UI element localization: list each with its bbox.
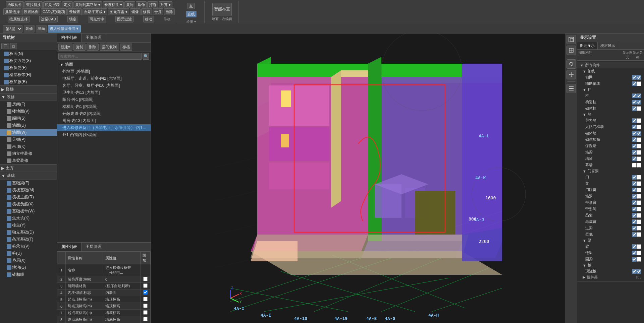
- tufang-section[interactable]: ▶ 土方: [0, 164, 57, 172]
- prop-check-4[interactable]: [141, 289, 151, 296]
- attr-select-btn[interactable]: 按属性选择: [8, 16, 30, 22]
- cloud-check-btn[interactable]: 云检查: [67, 8, 82, 15]
- comp-item-9[interactable]: 进入检修设备井（强弱电井、水管井等）-内11 [内墙...: [57, 124, 151, 131]
- zhuangxiu-section[interactable]: ▼ 装修: [0, 93, 57, 101]
- xjb-name-cb[interactable]: [637, 269, 641, 274]
- slab-header[interactable]: ▼ 板: [580, 262, 644, 268]
- dqd-name-cb[interactable]: [637, 207, 641, 211]
- fuzhu-show-cb[interactable]: [632, 81, 637, 86]
- save-comp-btn[interactable]: 存档: [120, 44, 132, 51]
- ll-show-cb[interactable]: [632, 251, 637, 255]
- ql-name-cb[interactable]: [637, 150, 641, 155]
- lh-show-cb[interactable]: [632, 219, 637, 224]
- floor-selector[interactable]: 第3层: [3, 25, 22, 33]
- copy-comp-btn[interactable]: 复制: [73, 44, 86, 51]
- ll-name-cb[interactable]: [637, 251, 641, 255]
- prop-value-8[interactable]: 墙底标高: [103, 316, 141, 323]
- auto-align-btn[interactable]: 自动平齐板 ▾: [83, 8, 107, 15]
- prop-value-3[interactable]: (程序自动判断): [103, 283, 141, 289]
- louti-section[interactable]: ▶ 楼梯: [0, 85, 57, 93]
- all-components-header[interactable]: ▼ 所有构件: [577, 62, 644, 68]
- tree-item-tiaoT[interactable]: 条形基础(T): [0, 236, 57, 243]
- element-store-btn[interactable]: 图元存盘 ▾: [108, 8, 129, 15]
- rfmkq-name-cb[interactable]: [637, 125, 641, 129]
- tree-item-tianpeng[interactable]: 天棚(P): [0, 136, 57, 143]
- cad-identify-btn[interactable]: CAD识别选项: [41, 8, 67, 15]
- find-replace-btn[interactable]: 查找替换: [24, 1, 43, 8]
- tree-item-zhuangU[interactable]: 桩(U): [0, 250, 57, 257]
- tc-show-cb[interactable]: [632, 213, 637, 218]
- pan-view-btn[interactable]: [567, 70, 576, 79]
- dqc-show-cb[interactable]: [632, 200, 637, 205]
- identify-layer-btn[interactable]: 识别层表: [43, 1, 61, 8]
- prop-cb-7[interactable]: [143, 310, 148, 315]
- move-btn[interactable]: 移动: [143, 16, 154, 22]
- ql2-name-cb[interactable]: [637, 257, 641, 262]
- merge-btn[interactable]: 合并: [153, 8, 163, 15]
- break-btn[interactable]: 打断: [147, 1, 158, 8]
- tree-item-dulizhu[interactable]: 独立柱装修: [0, 150, 57, 157]
- line-btn[interactable]: 直线: [186, 11, 197, 17]
- tree-item-zhuantaimo[interactable]: 砖胎膜: [0, 271, 57, 278]
- comp-category-wall[interactable]: ▼ 墙面: [57, 61, 151, 68]
- prop-value-4[interactable]: 内墙面: [103, 289, 141, 296]
- tree-item-zhuzhuY[interactable]: 柱主(Y): [0, 222, 57, 229]
- bk-show-cb[interactable]: [632, 232, 637, 237]
- prop-check-5[interactable]: [141, 296, 151, 303]
- tab-comp-list[interactable]: 构件列表: [57, 34, 82, 42]
- comp-item-4[interactable]: 卫生间-内13 [内墙面]: [57, 89, 151, 96]
- comp-item-3[interactable]: 客厅、卧室、餐厅-内10 [内墙面]: [57, 82, 151, 89]
- jichu-section[interactable]: ▼ 基础: [0, 172, 57, 180]
- ql-show-cb[interactable]: [632, 150, 637, 155]
- tree-collapse-btn[interactable]: □: [10, 43, 17, 49]
- prop-cb-4[interactable]: [143, 290, 148, 295]
- bk-name-cb[interactable]: [637, 232, 641, 237]
- trim-btn[interactable]: 修剪: [141, 8, 152, 15]
- jlq-name-cb[interactable]: [637, 118, 641, 123]
- elem-filter-btn[interactable]: 图元过滤: [115, 16, 133, 22]
- jlq-show-cb[interactable]: [632, 118, 637, 123]
- view-top-btn[interactable]: [567, 46, 576, 55]
- qitizhu-show-cb[interactable]: [632, 106, 637, 111]
- comp-item-5[interactable]: 阳台-外1 [内墙面]: [57, 96, 151, 103]
- define-btn[interactable]: 定义: [62, 1, 73, 8]
- qitizhu-name-cb[interactable]: [637, 106, 641, 111]
- qd2-name-cb[interactable]: [637, 194, 641, 199]
- fuzhu-name-cb[interactable]: [637, 81, 641, 86]
- tree-item-fabanM[interactable]: 筏板基础(M): [0, 187, 57, 194]
- ql2-show-cb[interactable]: [632, 257, 637, 262]
- dqd-show-cb[interactable]: [632, 207, 637, 211]
- comp-item-1[interactable]: 外墙面 [外墙面]: [57, 68, 151, 75]
- mirror-btn[interactable]: 镜像: [130, 8, 141, 15]
- tree-item-diaoding[interactable]: 吊顶(K): [0, 143, 57, 150]
- prop-cb-5[interactable]: [143, 297, 148, 301]
- tree-item-qiangmianU[interactable]: 墙面(U): [0, 122, 57, 129]
- prop-check-2[interactable]: [141, 276, 151, 283]
- copy-other-layer-btn[interactable]: 复制到其它层 ▾: [73, 1, 102, 8]
- ml-show-cb[interactable]: [632, 188, 637, 192]
- rotate-view-btn[interactable]: [567, 59, 576, 69]
- prop-value-5[interactable]: 墙顶标高: [103, 296, 141, 303]
- comp-item-8[interactable]: 厨房-内13 [内墙面]: [57, 117, 151, 124]
- tab-attr-list[interactable]: 属性列表: [57, 243, 82, 251]
- qtjj-name-cb[interactable]: [637, 137, 641, 142]
- men-show-cb[interactable]: [632, 175, 637, 180]
- zhuwang-show-cb[interactable]: [632, 75, 637, 80]
- comp-item-7[interactable]: 开敞走道-内2 [内墙面]: [57, 110, 151, 117]
- tree-item-fabanX[interactable]: 筏板负筋(X): [0, 201, 57, 208]
- prop-cb-3[interactable]: [143, 283, 148, 288]
- tree-item-tijiao[interactable]: 踢脚(S): [0, 115, 57, 122]
- prop-cb-2[interactable]: [143, 277, 148, 281]
- tab-layer-mgmt[interactable]: 图层管理: [82, 243, 106, 251]
- point-btn[interactable]: 点: [187, 3, 195, 9]
- tab-drawing-mgmt[interactable]: 图纸管理: [82, 34, 106, 42]
- beam-header[interactable]: ▼ 梁: [580, 238, 644, 243]
- column-header[interactable]: ▼ 柱: [580, 87, 644, 92]
- prop-value-1[interactable]: 进入检修设备井（强弱电...: [103, 264, 141, 276]
- axis-header[interactable]: ▼ 轴线: [580, 68, 644, 74]
- prop-value-6[interactable]: 墙顶标高: [103, 303, 141, 310]
- qtq-name-cb[interactable]: [637, 131, 641, 136]
- lh-name-cb[interactable]: [637, 219, 641, 224]
- delete-comp-btn[interactable]: 删除: [87, 44, 99, 51]
- prop-check-8[interactable]: [141, 316, 151, 323]
